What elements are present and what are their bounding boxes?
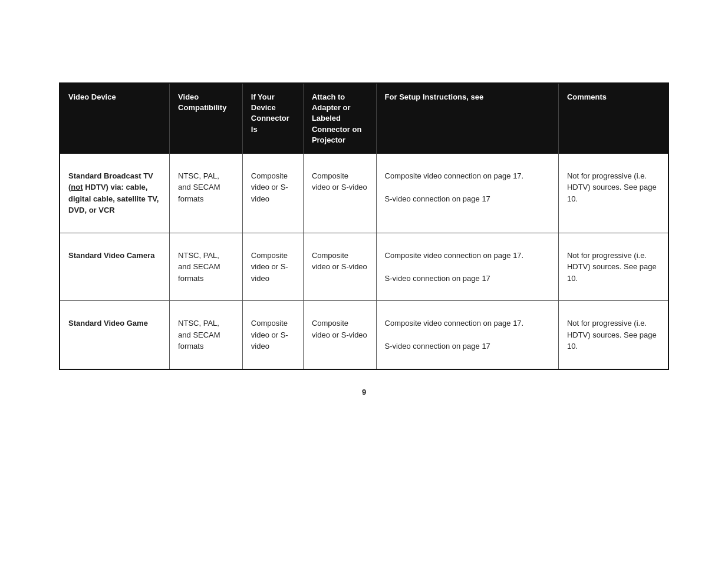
header-setup-instructions: For Setup Instructions, see xyxy=(376,84,558,154)
cell-attach-3: Composite video or S-video xyxy=(303,301,376,369)
main-table-container: Video Device Video Compatibility If Your… xyxy=(59,82,669,370)
page-number: 9 xyxy=(362,388,366,396)
header-video-compat: Video Compatibility xyxy=(170,84,243,154)
table-row: Standard Video Game NTSC, PAL, and SECAM… xyxy=(60,301,668,369)
cell-comments-1: Not for progressive (i.e. HDTV) sources.… xyxy=(558,154,668,233)
cell-setup-2: Composite video connection on page 17.S-… xyxy=(376,233,558,301)
cell-device-1: Standard Broadcast TV (not HDTV) via: ca… xyxy=(60,154,170,233)
cell-connector-2: Composite video or S-video xyxy=(242,233,303,301)
table-header-row: Video Device Video Compatibility If Your… xyxy=(60,84,668,154)
compatibility-table: Video Device Video Compatibility If Your… xyxy=(60,84,668,369)
cell-attach-2: Composite video or S-video xyxy=(303,233,376,301)
table-row: Standard Broadcast TV (not HDTV) via: ca… xyxy=(60,154,668,233)
cell-device-3: Standard Video Game xyxy=(60,301,170,369)
cell-connector-1: Composite video or S-video xyxy=(242,154,303,233)
header-video-device: Video Device xyxy=(60,84,170,154)
header-if-device-connector: If Your Device Connector Is xyxy=(242,84,303,154)
header-attach-adapter: Attach to Adapter or Labeled Connector o… xyxy=(303,84,376,154)
cell-setup-3: Composite video connection on page 17.S-… xyxy=(376,301,558,369)
header-comments: Comments xyxy=(558,84,668,154)
cell-compat-2: NTSC, PAL, and SECAM formats xyxy=(170,233,243,301)
cell-connector-3: Composite video or S-video xyxy=(242,301,303,369)
cell-compat-1: NTSC, PAL, and SECAM formats xyxy=(170,154,243,233)
cell-compat-3: NTSC, PAL, and SECAM formats xyxy=(170,301,243,369)
cell-comments-3: Not for progressive (i.e. HDTV) sources.… xyxy=(558,301,668,369)
cell-attach-1: Composite video or S-video xyxy=(303,154,376,233)
cell-comments-2: Not for progressive (i.e. HDTV) sources.… xyxy=(558,233,668,301)
table-row: Standard Video Camera NTSC, PAL, and SEC… xyxy=(60,233,668,301)
cell-device-2: Standard Video Camera xyxy=(60,233,170,301)
cell-setup-1: Composite video connection on page 17.S-… xyxy=(376,154,558,233)
